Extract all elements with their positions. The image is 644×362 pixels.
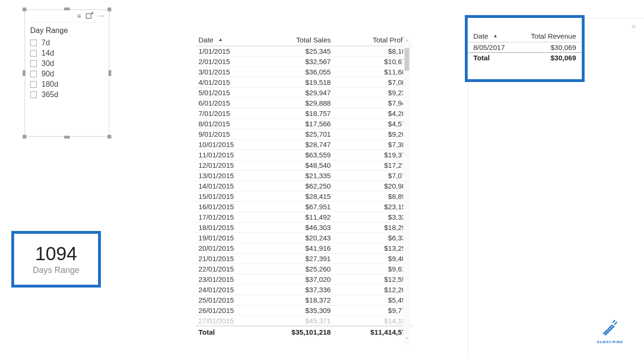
resize-handle[interactable] <box>64 136 70 139</box>
table-row[interactable]: 20/01/2015$41,916$13,256 <box>196 243 413 254</box>
table-row[interactable]: 2/01/2015$32,567$10,677 <box>196 57 413 67</box>
cell-date: 8/01/2015 <box>196 119 255 129</box>
table-row-truncated: 27/01/2015 $45,371 $14,100 <box>196 316 413 326</box>
table-row[interactable]: 4/01/2015$19,518$7,087 <box>196 77 413 88</box>
cell-date: 8/05/2017 <box>468 42 517 53</box>
checkbox[interactable] <box>30 40 37 46</box>
svg-rect-0 <box>86 14 91 18</box>
table-row[interactable]: 25/01/2015$18,372$5,494 <box>196 295 413 305</box>
checkbox[interactable] <box>30 50 37 57</box>
slicer-item-label: 365d <box>41 90 58 99</box>
table-row[interactable]: 21/01/2015$27,391$9,406 <box>196 254 413 264</box>
resize-handle[interactable] <box>108 70 111 76</box>
table-sales-profits[interactable]: Date ▲ Total Sales Total Profits 1/01/20… <box>196 34 413 354</box>
cell-date: 5/01/2015 <box>196 88 255 98</box>
cell-sales: $19,518 <box>255 77 333 88</box>
table-row[interactable]: 5/01/2015$29,947$9,230 <box>196 88 413 98</box>
cell-revenue: $30,069 <box>517 42 582 53</box>
table-row[interactable]: 26/01/2015$35,309$9,778 <box>196 305 413 316</box>
table-row[interactable]: 7/01/2015$18,757$4,286 <box>196 108 413 119</box>
slicer-day-range[interactable]: ≡ ⋯ Day Range 7d14d30d90d180d365d <box>25 9 109 137</box>
cell-date: 26/01/2015 <box>196 305 255 316</box>
cell-profits: $9,617 <box>334 264 413 274</box>
table-row[interactable]: 24/01/2015$37,336$12,203 <box>196 285 413 295</box>
table-row[interactable]: 3/01/2015$36,055$11,684 <box>196 67 413 77</box>
checkbox[interactable] <box>30 91 37 98</box>
table-row[interactable]: 14/01/2015$62,250$20,987 <box>196 181 413 191</box>
cell-profits: $3,327 <box>334 212 413 222</box>
cell-sales: $27,391 <box>255 254 333 264</box>
table-total-revenue[interactable]: ≡ Date ▲ Total Revenue 8/05/2017$30,069 … <box>465 15 585 82</box>
cell-sales: $29,888 <box>255 98 333 108</box>
cell-profits: $23,158 <box>334 202 413 212</box>
table-row[interactable]: 16/01/2015$67,951$23,158 <box>196 202 413 212</box>
table-row[interactable]: 9/01/2015$25,701$9,204 <box>196 129 413 140</box>
grip-icon[interactable]: ≡ <box>77 13 81 19</box>
table-row[interactable]: 22/01/2015$25,260$9,617 <box>196 264 413 274</box>
sort-ascending-icon: ▲ <box>218 37 223 42</box>
cell-date: 2/01/2015 <box>196 57 255 67</box>
col-date[interactable]: Date ▲ <box>468 30 517 42</box>
table-row[interactable]: 1/01/2015$25,345$8,104 <box>196 46 413 57</box>
card-days-range[interactable]: 1094 Days Range <box>11 231 101 288</box>
resize-handle[interactable] <box>23 135 26 139</box>
table-header-row: Date ▲ Total Sales Total Profits <box>196 34 413 46</box>
table-row[interactable]: 11/01/2015$63,559$19,377 <box>196 150 413 160</box>
total-revenue: $30,069 <box>517 53 582 63</box>
cell-sales: $11,492 <box>255 212 333 222</box>
resize-handle[interactable] <box>64 8 70 10</box>
slicer-item[interactable]: 7d <box>30 38 104 48</box>
slicer-item-label: 90d <box>41 70 54 78</box>
cell-sales: $17,566 <box>255 119 333 129</box>
table-row[interactable]: 23/01/2015$37,020$12,558 <box>196 274 413 285</box>
cell-sales: $29,947 <box>255 88 333 98</box>
table-row[interactable]: 8/01/2015$17,566$4,579 <box>196 119 413 129</box>
col-total-profits[interactable]: Total Profits <box>334 34 413 46</box>
cell-profits: $7,087 <box>334 77 413 88</box>
grip-icon[interactable]: ≡ <box>632 23 636 30</box>
subscribe-logo[interactable]: SUBSCRIBE <box>597 319 623 345</box>
table-row[interactable]: 10/01/2015$28,747$7,384 <box>196 140 413 150</box>
table-row[interactable]: 15/01/2015$28,415$8,896 <box>196 191 413 202</box>
slicer-item[interactable]: 30d <box>30 58 104 69</box>
resize-handle[interactable] <box>107 8 111 11</box>
checkbox[interactable] <box>30 81 37 88</box>
resize-handle[interactable] <box>23 8 26 11</box>
slicer-item[interactable]: 90d <box>30 69 104 79</box>
checkbox[interactable] <box>30 60 37 67</box>
col-total-revenue[interactable]: Total Revenue <box>517 30 582 42</box>
checkbox[interactable] <box>30 71 37 77</box>
table-row[interactable]: 6/01/2015$29,888$7,945 <box>196 98 413 108</box>
slicer-toolbar: ≡ ⋯ <box>25 9 109 23</box>
cell-profits: $11,684 <box>334 67 413 77</box>
table-row[interactable]: 13/01/2015$21,335$7,076 <box>196 171 413 181</box>
cell-date: 7/01/2015 <box>196 108 255 119</box>
cell-sales: $21,335 <box>255 171 333 181</box>
col-date[interactable]: Date ▲ <box>196 34 255 46</box>
cell-sales: $25,260 <box>255 264 333 274</box>
resize-handle[interactable] <box>23 70 25 76</box>
resize-handle[interactable] <box>107 135 111 139</box>
scroll-up-icon[interactable]: ˄ <box>403 38 411 46</box>
slicer-item[interactable]: 14d <box>30 48 104 58</box>
slicer-item[interactable]: 180d <box>30 79 104 90</box>
cell-sales: $25,345 <box>255 46 333 57</box>
table-row[interactable]: 8/05/2017$30,069 <box>468 42 582 53</box>
slicer-title: Day Range <box>25 23 109 37</box>
col-total-sales[interactable]: Total Sales <box>255 34 333 46</box>
table-row[interactable]: 18/01/2015$46,303$18,291 <box>196 222 413 233</box>
scroll-down-icon[interactable]: ˅ <box>403 336 411 344</box>
slicer-item[interactable]: 365d <box>30 90 104 100</box>
more-options-icon[interactable]: ⋯ <box>98 13 105 19</box>
table-row[interactable]: 17/01/2015$11,492$3,327 <box>196 212 413 222</box>
cell-profits: $12,558 <box>334 274 413 285</box>
slicer-item-label: 7d <box>41 39 50 47</box>
table-row[interactable]: 19/01/2015$20,243$6,331 <box>196 233 413 243</box>
cell-sales: $20,243 <box>255 233 333 243</box>
scrollbar[interactable]: ˄ ˅ <box>403 38 411 344</box>
scroll-thumb[interactable] <box>405 48 409 71</box>
cell-profits: $4,286 <box>334 108 413 119</box>
focus-mode-icon[interactable] <box>86 12 93 20</box>
cell-date: 19/01/2015 <box>196 233 255 243</box>
table-row[interactable]: 12/01/2015$48,540$17,277 <box>196 160 413 171</box>
